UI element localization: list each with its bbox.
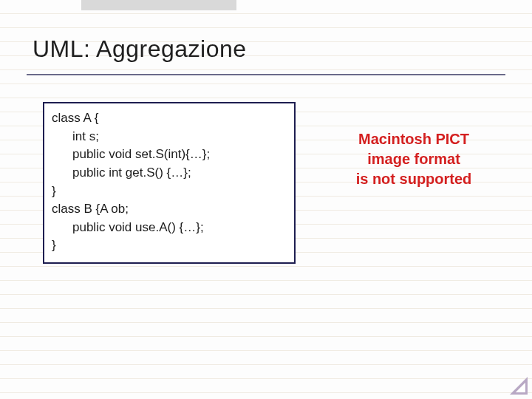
title-underline: [27, 74, 505, 75]
page-curl-icon: [510, 377, 528, 395]
pict-unsupported-message: Macintosh PICT image format is not suppo…: [325, 129, 502, 189]
code-line: public int get.S() {…};: [52, 164, 287, 183]
slide-title: UML: Aggregazione: [33, 35, 247, 63]
code-line: public void set.S(int){…};: [52, 146, 287, 164]
code-line: class B {A ob;: [52, 202, 129, 216]
code-line: int s;: [52, 128, 287, 146]
code-line: }: [52, 238, 56, 252]
top-shade-bar: [81, 0, 236, 10]
pict-line: Macintosh PICT: [325, 129, 502, 149]
code-line: }: [52, 184, 56, 198]
code-box: class A { int s; public void set.S(int){…: [43, 102, 296, 264]
code-line: class A {: [52, 111, 98, 125]
pict-line: image format: [325, 149, 502, 169]
pict-line: is not supported: [325, 169, 502, 189]
code-line: public void use.A() {…};: [52, 219, 287, 237]
